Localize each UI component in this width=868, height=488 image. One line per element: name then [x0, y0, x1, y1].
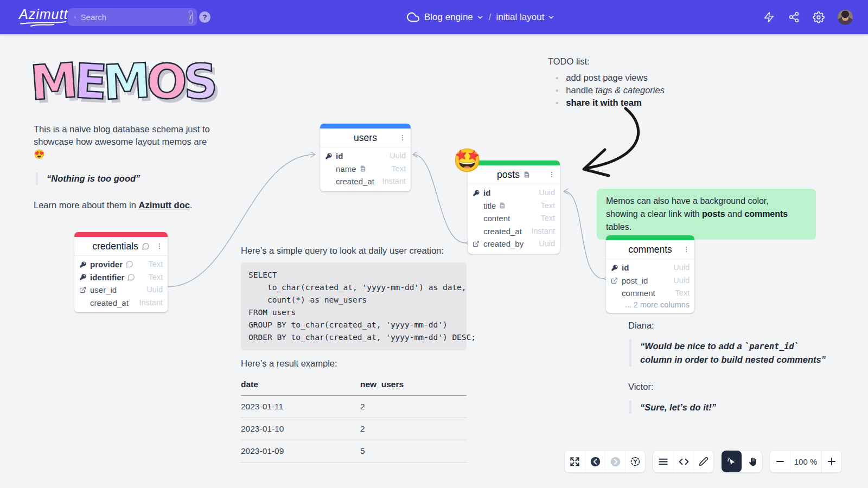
text-segment: showing a clear link with: [606, 209, 702, 219]
column-row-created_by[interactable]: created_byUuid: [468, 237, 560, 251]
layout-selector[interactable]: initial layout: [496, 12, 556, 23]
pan-mode-button[interactable]: [742, 451, 762, 472]
result-header: new_users: [360, 374, 467, 396]
column-row-id[interactable]: idUuid: [468, 187, 560, 200]
todo-list: •add post page views•handle tags & categ…: [548, 72, 665, 108]
table-columns: idUuidpost_idUuidcommentText... 2 more c…: [606, 259, 694, 313]
result-table: datenew_users2023-01-1122023-01-1022023-…: [241, 374, 467, 463]
azimutt-doc-link[interactable]: Azimutt doc: [139, 200, 190, 210]
column-row-id[interactable]: idUuid: [320, 150, 411, 163]
text-segment: `parent_id`: [744, 342, 799, 351]
discussion-quote: “Sure, let’s do it!”: [629, 401, 829, 414]
table-card-users[interactable]: usersidUuidnameTextcreated_atInstant: [320, 124, 411, 191]
breadcrumb: Blog engine / initial layout: [407, 0, 555, 34]
project-selector[interactable]: Blog engine: [424, 12, 484, 23]
column-name: created_at: [483, 226, 522, 237]
table-header[interactable]: comments: [606, 240, 694, 259]
forward-circle-icon: [610, 456, 621, 467]
more-columns-label[interactable]: ... 2 more columns: [606, 300, 694, 310]
plus-icon: [827, 457, 837, 466]
share-button[interactable]: [788, 11, 800, 23]
foreign-key-icon: [473, 240, 481, 247]
bullet-icon: •: [556, 73, 558, 84]
result-cell: 2023-01-10: [241, 418, 360, 440]
code-line: count(*) as new_users: [248, 294, 459, 306]
table-color-bar: [320, 124, 411, 129]
star-struck-emoji[interactable]: 🤩: [453, 149, 481, 172]
column-row-name[interactable]: nameText: [320, 163, 411, 176]
column-row-content[interactable]: contentText: [468, 212, 560, 225]
table-card-credentials[interactable]: credentialsproviderTextidentifierTextuse…: [74, 232, 168, 312]
column-name: post_id: [622, 275, 648, 287]
column-row-id[interactable]: idUuid: [606, 261, 694, 274]
result-cell: 2023-01-09: [241, 440, 360, 463]
column-row-created_at[interactable]: created_atInstant: [468, 225, 560, 238]
text-segment: tables.: [606, 222, 631, 232]
result-cell: 5: [360, 440, 467, 463]
cloud-icon: [407, 11, 419, 23]
settings-button[interactable]: [813, 11, 825, 23]
column-row-title[interactable]: titleText: [468, 200, 560, 213]
table-columns: providerTextidentifierTextuser_idUuidcre…: [74, 256, 168, 312]
arrow-drawing[interactable]: [584, 108, 639, 176]
table-menu-button[interactable]: [399, 133, 406, 142]
source-code-button[interactable]: [673, 451, 693, 472]
doc-icon: [359, 165, 367, 172]
column-row-post_id[interactable]: post_idUuid: [606, 274, 694, 287]
column-row-user_id[interactable]: user_idUuid: [74, 284, 168, 297]
details-button[interactable]: [653, 451, 673, 472]
user-avatar[interactable]: [838, 10, 853, 25]
memo-discussion[interactable]: Diana: “Would be nice to add a `parent_i…: [628, 320, 829, 414]
search-input[interactable]: [81, 12, 189, 22]
undo-button[interactable]: [585, 451, 605, 472]
column-row-created_at[interactable]: created_atInstant: [320, 175, 411, 188]
column-type: Text: [669, 287, 690, 299]
azimutt-app: Azimutt / ? Blog engine / initial layout: [0, 0, 868, 488]
relation-arrowhead: [413, 152, 417, 157]
result-cell: 2: [360, 418, 467, 440]
memo-todo[interactable]: TODO list: •add post page views•handle t…: [548, 56, 665, 109]
edit-memo-button[interactable]: [693, 451, 713, 472]
column-row-provider[interactable]: providerText: [74, 258, 168, 271]
column-type: Uuid: [533, 187, 555, 199]
text-segment: comments: [744, 209, 788, 219]
redo-button[interactable]: [605, 451, 625, 472]
table-menu-button[interactable]: [548, 170, 556, 179]
memo-memos-title[interactable]: MEMOS: [30, 58, 242, 106]
table-title: posts: [497, 169, 520, 181]
table-color-bar: [606, 235, 694, 240]
column-type: Instant: [133, 297, 163, 309]
memo-sql[interactable]: Here’s a simple query to look at daily u…: [241, 246, 467, 463]
select-mode-button[interactable]: [722, 451, 742, 472]
table-card-posts[interactable]: postsidUuidtitleTextcontentTextcreated_a…: [468, 160, 560, 254]
discussion-author: Victor:: [628, 382, 829, 392]
table-card-comments[interactable]: commentsidUuidpost_idUuidcommentText... …: [606, 235, 694, 313]
relation-arrowhead: [311, 152, 315, 157]
memo-intro[interactable]: This is a naive blog database schema jus…: [34, 123, 218, 211]
table-header[interactable]: credentials: [74, 237, 168, 256]
column-row-comment[interactable]: commentText: [606, 287, 694, 300]
table-menu-button[interactable]: [156, 242, 163, 251]
column-name: title: [483, 200, 506, 212]
fit-to-screen-button[interactable]: [565, 451, 585, 472]
quick-actions-button[interactable]: [763, 11, 775, 23]
table-header[interactable]: posts: [468, 165, 560, 184]
column-row-identifier[interactable]: identifierText: [74, 271, 168, 284]
zoom-in-button[interactable]: [821, 451, 841, 472]
diagram-canvas[interactable]: MEMOS This is a naive blog database sche…: [0, 34, 868, 488]
zoom-out-button[interactable]: [770, 451, 790, 472]
back-circle-icon: [590, 456, 601, 467]
table-menu-button[interactable]: [682, 245, 690, 254]
search-box[interactable]: /: [68, 8, 197, 26]
table-header[interactable]: users: [320, 129, 411, 147]
auto-arrange-button[interactable]: [625, 451, 645, 472]
toolbar-zoom-group: 100 %: [769, 450, 842, 473]
azimutt-logo[interactable]: Azimutt: [19, 7, 68, 27]
column-row-created_at[interactable]: created_atInstant: [74, 297, 168, 310]
chevron-down-icon: [476, 14, 484, 21]
table-title: credentials: [92, 241, 138, 252]
memo-green-note[interactable]: Memos can also have a background color, …: [597, 189, 816, 240]
column-type: Uuid: [668, 262, 690, 274]
help-button[interactable]: ?: [199, 11, 210, 23]
todo-item: •add post page views: [556, 72, 665, 84]
